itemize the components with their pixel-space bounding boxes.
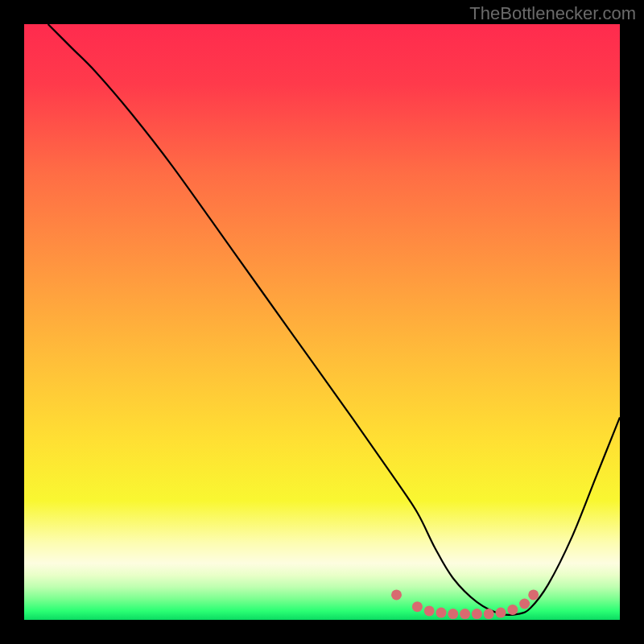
- chart-marker-dot: [436, 608, 447, 618]
- chart-marker-dot: [519, 599, 530, 609]
- chart-svg: [24, 24, 620, 620]
- chart-marker-dot: [472, 609, 482, 619]
- chart-plot-area: [24, 24, 620, 620]
- chart-marker-dot: [507, 605, 518, 615]
- chart-marker-dot: [496, 608, 506, 618]
- chart-background-gradient: [24, 24, 620, 620]
- chart-marker-dot: [484, 609, 494, 619]
- watermark-text: TheBottlenecker.com: [469, 3, 636, 24]
- chart-marker-dot: [391, 589, 402, 600]
- chart-marker-dot: [448, 609, 458, 619]
- chart-marker-dot: [528, 589, 539, 600]
- chart-marker-dot: [424, 605, 435, 616]
- chart-marker-dot: [412, 601, 423, 612]
- chart-marker-dot: [460, 609, 470, 619]
